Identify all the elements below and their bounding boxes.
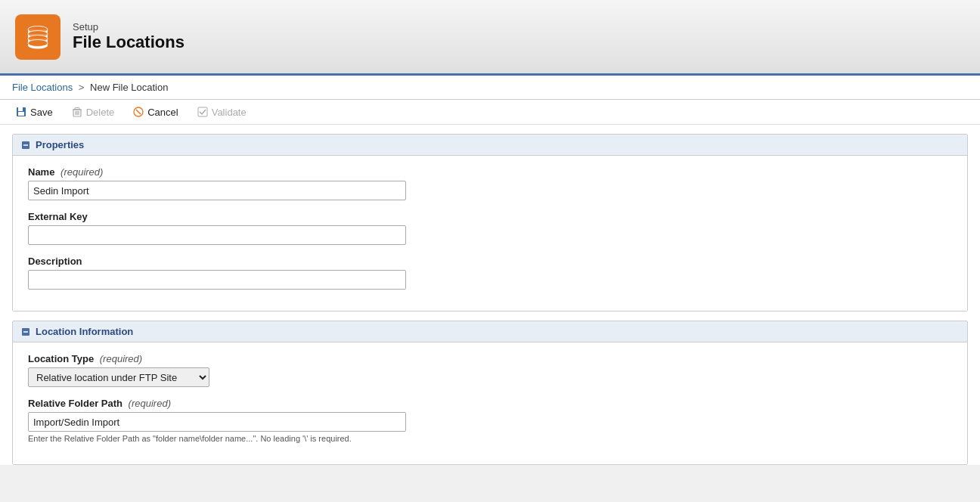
page-header: Setup File Locations bbox=[0, 0, 980, 76]
cancel-label: Cancel bbox=[147, 107, 178, 118]
validate-label: Validate bbox=[212, 107, 247, 118]
delete-button[interactable]: Delete bbox=[68, 104, 118, 119]
header-subtitle: Setup bbox=[73, 21, 185, 33]
delete-label: Delete bbox=[86, 107, 115, 118]
relative-folder-path-field-row: Relative Folder Path (required) Enter th… bbox=[28, 398, 952, 443]
relative-folder-path-input[interactable] bbox=[28, 412, 406, 432]
name-input[interactable] bbox=[28, 181, 406, 200]
location-type-label: Location Type (required) bbox=[28, 353, 952, 364]
properties-section-header: Properties bbox=[13, 135, 967, 156]
breadcrumb: File Locations > New File Location bbox=[0, 76, 980, 100]
svg-rect-25 bbox=[198, 107, 207, 116]
relative-folder-path-hint: Enter the Relative Folder Path as "folde… bbox=[28, 434, 952, 443]
location-info-section: Location Information Location Type (requ… bbox=[12, 321, 968, 465]
svg-rect-16 bbox=[18, 112, 24, 116]
save-label: Save bbox=[30, 107, 53, 118]
location-info-section-label: Location Information bbox=[36, 326, 133, 337]
cancel-icon bbox=[132, 106, 144, 118]
relative-folder-path-label: Relative Folder Path (required) bbox=[28, 398, 952, 409]
breadcrumb-separator: > bbox=[79, 82, 85, 93]
external-key-label: External Key bbox=[28, 211, 952, 222]
database-stack-icon bbox=[23, 23, 52, 51]
svg-rect-22 bbox=[75, 108, 79, 110]
location-type-select[interactable]: Relative location under FTP Site Absolut… bbox=[28, 367, 209, 387]
location-type-field-row: Location Type (required) Relative locati… bbox=[28, 353, 952, 387]
svg-rect-15 bbox=[18, 107, 23, 111]
relative-folder-path-required: (required) bbox=[129, 398, 171, 409]
properties-section: Properties Name (required) External Key … bbox=[12, 134, 968, 311]
description-input[interactable] bbox=[28, 270, 406, 290]
svg-line-24 bbox=[136, 110, 141, 114]
collapse-icon bbox=[20, 140, 31, 150]
external-key-field-row: External Key bbox=[28, 211, 952, 245]
description-label: Description bbox=[28, 256, 952, 267]
location-type-required: (required) bbox=[100, 353, 142, 364]
save-button[interactable]: Save bbox=[12, 104, 56, 119]
name-required: (required) bbox=[60, 166, 103, 178]
breadcrumb-parent-link[interactable]: File Locations bbox=[12, 82, 73, 93]
properties-section-body: Name (required) External Key Description bbox=[13, 156, 967, 311]
location-info-section-body: Location Type (required) Relative locati… bbox=[13, 342, 967, 464]
cancel-button[interactable]: Cancel bbox=[129, 104, 181, 119]
location-info-section-header: Location Information bbox=[13, 321, 967, 342]
location-collapse-icon bbox=[20, 327, 31, 337]
svg-point-13 bbox=[28, 39, 48, 46]
name-field-row: Name (required) bbox=[28, 166, 952, 200]
description-field-row: Description bbox=[28, 256, 952, 290]
name-label: Name (required) bbox=[28, 166, 952, 178]
validate-button[interactable]: Validate bbox=[194, 104, 250, 119]
save-icon bbox=[15, 106, 27, 118]
validate-icon bbox=[197, 106, 209, 118]
delete-icon bbox=[71, 106, 83, 118]
breadcrumb-current: New File Location bbox=[90, 82, 168, 93]
external-key-input[interactable] bbox=[28, 225, 406, 245]
properties-section-label: Properties bbox=[36, 139, 84, 150]
app-icon bbox=[15, 14, 60, 60]
header-title: File Locations bbox=[73, 33, 185, 52]
content-area: File Locations > New File Location Save bbox=[0, 76, 980, 465]
toolbar: Save Delete Canc bbox=[0, 100, 980, 125]
header-text-block: Setup File Locations bbox=[73, 21, 185, 52]
